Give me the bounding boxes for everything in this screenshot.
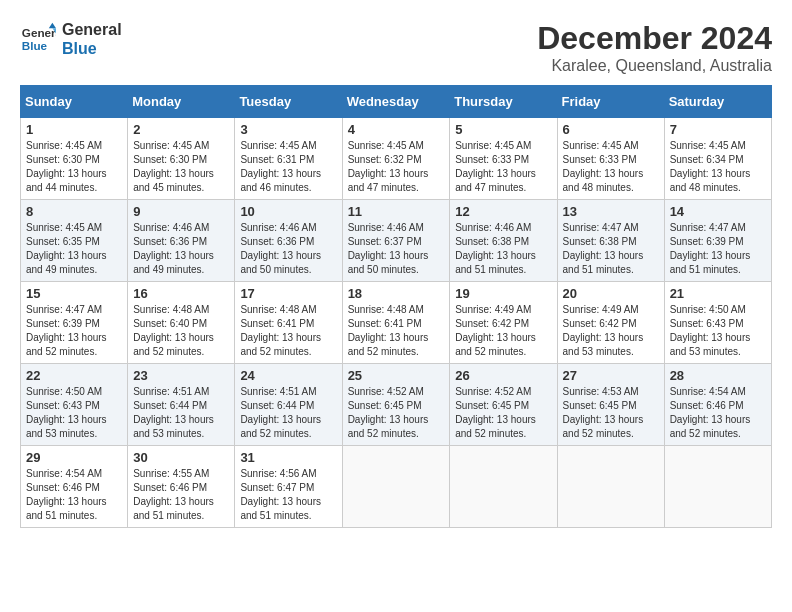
location-title: Karalee, Queensland, Australia — [537, 57, 772, 75]
day-number: 5 — [455, 122, 551, 137]
calendar-cell: 8 Sunrise: 4:45 AMSunset: 6:35 PMDayligh… — [21, 200, 128, 282]
day-number: 30 — [133, 450, 229, 465]
day-info: Sunrise: 4:45 AMSunset: 6:30 PMDaylight:… — [133, 140, 214, 193]
calendar-cell: 10 Sunrise: 4:46 AMSunset: 6:36 PMDaylig… — [235, 200, 342, 282]
day-number: 3 — [240, 122, 336, 137]
day-number: 14 — [670, 204, 766, 219]
calendar-cell: 2 Sunrise: 4:45 AMSunset: 6:30 PMDayligh… — [128, 118, 235, 200]
day-info: Sunrise: 4:45 AMSunset: 6:34 PMDaylight:… — [670, 140, 751, 193]
column-header-sunday: Sunday — [21, 86, 128, 118]
day-info: Sunrise: 4:46 AMSunset: 6:36 PMDaylight:… — [133, 222, 214, 275]
calendar-cell: 11 Sunrise: 4:46 AMSunset: 6:37 PMDaylig… — [342, 200, 450, 282]
day-info: Sunrise: 4:45 AMSunset: 6:35 PMDaylight:… — [26, 222, 107, 275]
day-info: Sunrise: 4:45 AMSunset: 6:33 PMDaylight:… — [455, 140, 536, 193]
column-header-thursday: Thursday — [450, 86, 557, 118]
day-number: 23 — [133, 368, 229, 383]
title-section: December 2024 Karalee, Queensland, Austr… — [537, 20, 772, 75]
calendar-week-row: 22 Sunrise: 4:50 AMSunset: 6:43 PMDaylig… — [21, 364, 772, 446]
day-number: 28 — [670, 368, 766, 383]
day-number: 11 — [348, 204, 445, 219]
logo-icon: General Blue — [20, 21, 56, 57]
day-number: 21 — [670, 286, 766, 301]
calendar-table: SundayMondayTuesdayWednesdayThursdayFrid… — [20, 85, 772, 528]
day-info: Sunrise: 4:53 AMSunset: 6:45 PMDaylight:… — [563, 386, 644, 439]
day-info: Sunrise: 4:50 AMSunset: 6:43 PMDaylight:… — [26, 386, 107, 439]
day-info: Sunrise: 4:52 AMSunset: 6:45 PMDaylight:… — [348, 386, 429, 439]
day-number: 22 — [26, 368, 122, 383]
day-number: 7 — [670, 122, 766, 137]
column-header-monday: Monday — [128, 86, 235, 118]
day-info: Sunrise: 4:45 AMSunset: 6:31 PMDaylight:… — [240, 140, 321, 193]
day-info: Sunrise: 4:45 AMSunset: 6:33 PMDaylight:… — [563, 140, 644, 193]
day-info: Sunrise: 4:51 AMSunset: 6:44 PMDaylight:… — [240, 386, 321, 439]
day-number: 27 — [563, 368, 659, 383]
day-info: Sunrise: 4:46 AMSunset: 6:37 PMDaylight:… — [348, 222, 429, 275]
calendar-week-row: 15 Sunrise: 4:47 AMSunset: 6:39 PMDaylig… — [21, 282, 772, 364]
day-number: 12 — [455, 204, 551, 219]
calendar-cell — [557, 446, 664, 528]
day-info: Sunrise: 4:47 AMSunset: 6:38 PMDaylight:… — [563, 222, 644, 275]
column-header-wednesday: Wednesday — [342, 86, 450, 118]
calendar-cell: 30 Sunrise: 4:55 AMSunset: 6:46 PMDaylig… — [128, 446, 235, 528]
day-info: Sunrise: 4:48 AMSunset: 6:40 PMDaylight:… — [133, 304, 214, 357]
calendar-cell: 3 Sunrise: 4:45 AMSunset: 6:31 PMDayligh… — [235, 118, 342, 200]
calendar-cell: 28 Sunrise: 4:54 AMSunset: 6:46 PMDaylig… — [664, 364, 771, 446]
logo-text-line2: Blue — [62, 39, 122, 58]
calendar-header-row: SundayMondayTuesdayWednesdayThursdayFrid… — [21, 86, 772, 118]
calendar-cell — [450, 446, 557, 528]
day-info: Sunrise: 4:54 AMSunset: 6:46 PMDaylight:… — [670, 386, 751, 439]
day-number: 1 — [26, 122, 122, 137]
calendar-cell: 13 Sunrise: 4:47 AMSunset: 6:38 PMDaylig… — [557, 200, 664, 282]
calendar-week-row: 29 Sunrise: 4:54 AMSunset: 6:46 PMDaylig… — [21, 446, 772, 528]
calendar-cell: 25 Sunrise: 4:52 AMSunset: 6:45 PMDaylig… — [342, 364, 450, 446]
calendar-cell: 22 Sunrise: 4:50 AMSunset: 6:43 PMDaylig… — [21, 364, 128, 446]
day-number: 20 — [563, 286, 659, 301]
page-header: General Blue General Blue December 2024 … — [20, 20, 772, 75]
calendar-week-row: 8 Sunrise: 4:45 AMSunset: 6:35 PMDayligh… — [21, 200, 772, 282]
day-number: 6 — [563, 122, 659, 137]
calendar-cell: 16 Sunrise: 4:48 AMSunset: 6:40 PMDaylig… — [128, 282, 235, 364]
day-info: Sunrise: 4:54 AMSunset: 6:46 PMDaylight:… — [26, 468, 107, 521]
calendar-cell: 5 Sunrise: 4:45 AMSunset: 6:33 PMDayligh… — [450, 118, 557, 200]
day-info: Sunrise: 4:49 AMSunset: 6:42 PMDaylight:… — [563, 304, 644, 357]
day-number: 9 — [133, 204, 229, 219]
day-number: 16 — [133, 286, 229, 301]
day-info: Sunrise: 4:47 AMSunset: 6:39 PMDaylight:… — [670, 222, 751, 275]
column-header-saturday: Saturday — [664, 86, 771, 118]
calendar-cell: 31 Sunrise: 4:56 AMSunset: 6:47 PMDaylig… — [235, 446, 342, 528]
day-info: Sunrise: 4:46 AMSunset: 6:36 PMDaylight:… — [240, 222, 321, 275]
calendar-cell: 12 Sunrise: 4:46 AMSunset: 6:38 PMDaylig… — [450, 200, 557, 282]
svg-text:Blue: Blue — [22, 39, 48, 52]
calendar-cell: 15 Sunrise: 4:47 AMSunset: 6:39 PMDaylig… — [21, 282, 128, 364]
calendar-cell: 14 Sunrise: 4:47 AMSunset: 6:39 PMDaylig… — [664, 200, 771, 282]
calendar-cell: 21 Sunrise: 4:50 AMSunset: 6:43 PMDaylig… — [664, 282, 771, 364]
logo-text-line1: General — [62, 20, 122, 39]
calendar-cell: 20 Sunrise: 4:49 AMSunset: 6:42 PMDaylig… — [557, 282, 664, 364]
day-number: 19 — [455, 286, 551, 301]
day-number: 8 — [26, 204, 122, 219]
day-info: Sunrise: 4:48 AMSunset: 6:41 PMDaylight:… — [348, 304, 429, 357]
calendar-cell: 1 Sunrise: 4:45 AMSunset: 6:30 PMDayligh… — [21, 118, 128, 200]
calendar-cell: 9 Sunrise: 4:46 AMSunset: 6:36 PMDayligh… — [128, 200, 235, 282]
calendar-cell: 29 Sunrise: 4:54 AMSunset: 6:46 PMDaylig… — [21, 446, 128, 528]
day-info: Sunrise: 4:51 AMSunset: 6:44 PMDaylight:… — [133, 386, 214, 439]
day-number: 10 — [240, 204, 336, 219]
logo: General Blue General Blue — [20, 20, 122, 58]
day-info: Sunrise: 4:46 AMSunset: 6:38 PMDaylight:… — [455, 222, 536, 275]
calendar-cell: 27 Sunrise: 4:53 AMSunset: 6:45 PMDaylig… — [557, 364, 664, 446]
day-info: Sunrise: 4:55 AMSunset: 6:46 PMDaylight:… — [133, 468, 214, 521]
calendar-week-row: 1 Sunrise: 4:45 AMSunset: 6:30 PMDayligh… — [21, 118, 772, 200]
calendar-cell: 18 Sunrise: 4:48 AMSunset: 6:41 PMDaylig… — [342, 282, 450, 364]
calendar-cell: 17 Sunrise: 4:48 AMSunset: 6:41 PMDaylig… — [235, 282, 342, 364]
day-number: 15 — [26, 286, 122, 301]
day-info: Sunrise: 4:52 AMSunset: 6:45 PMDaylight:… — [455, 386, 536, 439]
calendar-cell: 24 Sunrise: 4:51 AMSunset: 6:44 PMDaylig… — [235, 364, 342, 446]
column-header-friday: Friday — [557, 86, 664, 118]
day-info: Sunrise: 4:45 AMSunset: 6:32 PMDaylight:… — [348, 140, 429, 193]
day-info: Sunrise: 4:56 AMSunset: 6:47 PMDaylight:… — [240, 468, 321, 521]
day-number: 17 — [240, 286, 336, 301]
calendar-cell: 26 Sunrise: 4:52 AMSunset: 6:45 PMDaylig… — [450, 364, 557, 446]
day-number: 26 — [455, 368, 551, 383]
day-number: 29 — [26, 450, 122, 465]
day-number: 13 — [563, 204, 659, 219]
